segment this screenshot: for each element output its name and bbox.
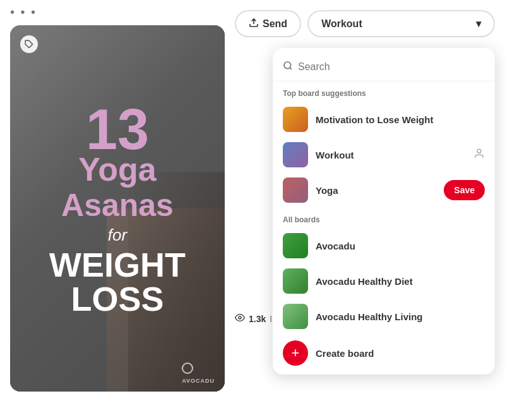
create-board-button[interactable]: + Create board — [273, 334, 495, 375]
avocadu-badge: AVOCADU — [182, 378, 215, 384]
send-button[interactable]: Send — [235, 10, 301, 37]
pin-yoga: Yoga — [23, 152, 212, 188]
board-name-workout: Workout — [316, 150, 466, 160]
tag-icon — [20, 35, 38, 53]
board-name-motivation: Motivation to Lose Weight — [316, 114, 485, 125]
board-thumb-avocadu — [283, 233, 308, 258]
board-thumb-yoga — [283, 177, 308, 203]
pin-image: 13 Yoga Asanas for Weight Loss AVOCADU — [10, 25, 225, 392]
action-header: Send Workout ▾ — [235, 10, 495, 37]
svg-point-4 — [477, 149, 481, 153]
impression-count: 1.3k — [249, 314, 266, 324]
pin-asanas: Asanas — [23, 188, 212, 223]
board-item-motivation[interactable]: Motivation to Lose Weight — [273, 102, 495, 137]
board-thumb-avocadu-living — [283, 304, 308, 329]
svg-line-3 — [290, 68, 292, 69]
save-to-yoga-button[interactable]: Save — [444, 180, 485, 200]
send-icon — [249, 18, 259, 30]
svg-point-2 — [284, 62, 291, 69]
board-item-avocadu[interactable]: Avocadu — [273, 228, 495, 263]
board-item-workout[interactable]: Workout — [273, 137, 495, 172]
chevron-down-icon: ▾ — [476, 18, 481, 30]
board-thumb-avocadu-diet — [283, 268, 308, 294]
pin-text-content: 13 Yoga Asanas for Weight Loss — [10, 88, 225, 328]
search-row — [273, 56, 495, 81]
create-board-label: Create board — [316, 348, 374, 359]
board-item-avocadu-diet[interactable]: Avocadu Healthy Diet — [273, 263, 495, 299]
plus-icon: + — [283, 340, 308, 366]
svg-point-5 — [239, 316, 241, 319]
dropdown-panel: Top board suggestions Motivation to Lose… — [273, 48, 495, 375]
board-name-avocadu-living: Avocadu Healthy Living — [316, 311, 485, 322]
top-boards-label: Top board suggestions — [273, 81, 495, 102]
search-icon — [283, 61, 293, 73]
send-label: Send — [263, 18, 287, 30]
pin-loss: Loss — [23, 282, 212, 316]
pin-weight: Weight — [23, 248, 212, 282]
board-name-avocadu-diet: Avocadu Healthy Diet — [316, 276, 485, 287]
board-dropdown: Top board suggestions Motivation to Lose… — [273, 48, 495, 375]
board-thumb-motivation — [283, 107, 308, 132]
right-panel: Send Workout ▾ Top bo — [235, 10, 495, 410]
all-boards-label: All boards — [273, 208, 495, 228]
pin-number: 13 — [23, 101, 212, 158]
pin-for: for — [23, 225, 212, 245]
board-name-yoga: Yoga — [316, 185, 436, 196]
board-item-avocadu-living[interactable]: Avocadu Healthy Living — [273, 299, 495, 334]
board-item-yoga[interactable]: Yoga Save — [273, 172, 495, 208]
eye-icon — [235, 313, 245, 325]
board-selector-label: Workout — [321, 18, 362, 30]
board-search-input[interactable] — [298, 61, 485, 73]
board-name-avocadu: Avocadu — [316, 241, 485, 251]
board-thumb-workout — [283, 142, 308, 167]
user-icon — [473, 148, 485, 162]
board-selector-button[interactable]: Workout ▾ — [307, 10, 495, 37]
more-options-button[interactable]: • • • — [10, 5, 37, 20]
crosshair-icon — [182, 363, 193, 374]
